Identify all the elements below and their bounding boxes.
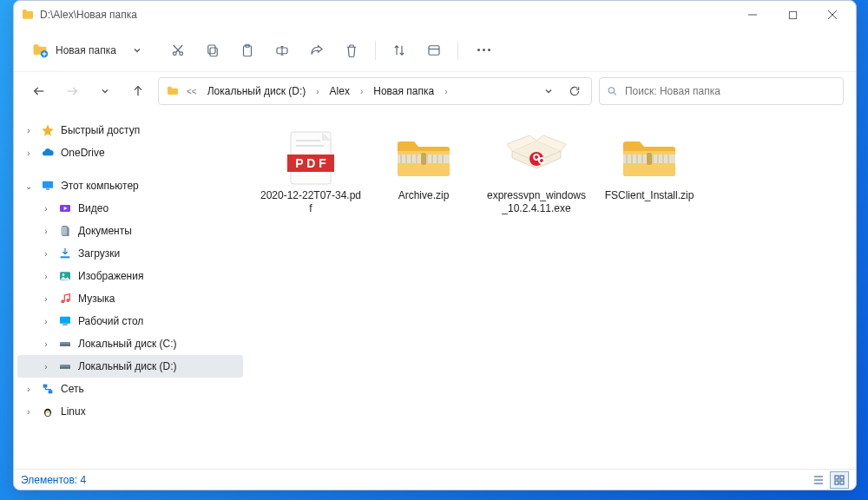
onedrive-icon (40, 145, 56, 161)
rename-button[interactable] (266, 35, 299, 66)
breadcrumb-chevron[interactable]: › (357, 87, 366, 96)
sidebar-item-quick-access[interactable]: › Быстрый доступ (17, 119, 243, 141)
chevron-right-icon[interactable]: › (40, 317, 52, 326)
svg-rect-73 (835, 481, 838, 484)
sidebar-item-this-pc[interactable]: ⌄ Этот компьютер (17, 174, 243, 197)
folder-icon (21, 8, 35, 22)
sidebar-item-label: Сеть (61, 383, 84, 395)
sidebar-item-drive-c[interactable]: › Локальный диск (C:) (17, 332, 243, 355)
view-icons-button[interactable] (830, 471, 849, 489)
breadcrumb-chevron[interactable]: › (441, 87, 450, 96)
minimize-button[interactable] (733, 2, 773, 28)
nav-history-button[interactable] (92, 78, 118, 104)
address-dropdown-button[interactable] (537, 80, 560, 102)
svg-rect-8 (208, 45, 215, 54)
breadcrumb-chevron[interactable]: › (312, 87, 322, 96)
chevron-right-icon[interactable]: › (40, 249, 52, 259)
sidebar-item-downloads[interactable]: › Загрузки (17, 242, 243, 265)
sidebar-item-label: Локальный диск (C:) (78, 338, 177, 350)
exe-icon (502, 130, 571, 186)
new-folder-button[interactable]: Новая папка (28, 38, 125, 62)
sidebar-item-label: Загрузки (78, 247, 120, 260)
paste-button[interactable] (231, 35, 264, 66)
search-box[interactable] (599, 77, 844, 105)
pictures-icon (57, 268, 73, 284)
svg-rect-35 (49, 390, 53, 393)
breadcrumb-mid[interactable]: Alex (326, 83, 353, 99)
star-icon (40, 122, 56, 138)
monitor-icon (40, 178, 56, 194)
refresh-button[interactable] (563, 80, 586, 102)
file-item[interactable]: expressvpn_windows_10.2.4.11.exe (481, 122, 592, 234)
sidebar-item-label: Локальный диск (D:) (78, 360, 177, 372)
chevron-right-icon[interactable]: › (40, 204, 52, 214)
sidebar-item-desktop[interactable]: › Рабочий стол (17, 310, 243, 332)
search-input[interactable] (623, 84, 836, 98)
file-item[interactable]: Archive.zip (368, 122, 479, 234)
titlebar: D:\Alex\Новая папка (14, 1, 856, 29)
nav-up-button[interactable] (125, 78, 151, 104)
file-name: expressvpn_windows_10.2.4.11.exe (485, 189, 588, 215)
svg-rect-23 (61, 256, 70, 258)
file-item[interactable]: P D F 2020-12-22T07-34.pdf (255, 122, 366, 234)
breadcrumb-chevron[interactable]: << (183, 87, 201, 96)
sidebar-item-drive-d[interactable]: › Локальный диск (D:) (17, 355, 243, 378)
explorer-window: D:\Alex\Новая папка Новая папка (13, 0, 857, 490)
svg-line-18 (614, 92, 616, 95)
sidebar-item-pictures[interactable]: › Изображения (17, 265, 243, 287)
new-dropdown-button[interactable] (127, 38, 148, 62)
view-button[interactable] (418, 35, 450, 66)
sidebar-item-network[interactable]: › Сеть (17, 378, 243, 400)
breadcrumb-leaf[interactable]: Новая папка (370, 83, 437, 99)
status-bar: Элементов: 4 (14, 469, 856, 490)
chevron-right-icon[interactable]: › (40, 227, 52, 236)
share-button[interactable] (300, 35, 333, 66)
status-text: Элементов: 4 (21, 474, 86, 486)
chevron-right-icon[interactable]: › (40, 362, 52, 372)
more-button[interactable] (465, 35, 498, 66)
chevron-right-icon[interactable]: › (23, 126, 35, 135)
sidebar-item-label: Музыка (78, 293, 115, 305)
sidebar-item-label: Документы (78, 225, 132, 237)
svg-rect-7 (210, 48, 217, 56)
address-bar[interactable]: << Локальный диск (D:) › Alex › Новая па… (158, 77, 592, 105)
delete-button[interactable] (335, 35, 368, 66)
file-item[interactable]: FSClient_Install.zip (594, 122, 705, 234)
sidebar-item-linux[interactable]: › Linux (17, 400, 243, 423)
file-list[interactable]: P D F 2020-12-22T07-34.pdf (247, 110, 856, 469)
chevron-right-icon[interactable]: › (23, 407, 35, 417)
chevron-right-icon[interactable]: › (40, 294, 52, 304)
nav-forward-button[interactable] (59, 78, 85, 104)
sort-button[interactable] (383, 35, 416, 66)
cut-button[interactable] (161, 35, 194, 66)
chevron-right-icon[interactable]: › (23, 148, 35, 158)
chevron-right-icon[interactable]: › (23, 385, 35, 394)
copy-button[interactable] (196, 35, 229, 66)
chevron-down-icon[interactable]: ⌄ (23, 181, 35, 191)
sidebar-item-videos[interactable]: › Видео (17, 197, 243, 220)
svg-point-25 (62, 273, 65, 276)
svg-rect-67 (647, 153, 652, 165)
sidebar-item-music[interactable]: › Музыка (17, 287, 243, 310)
svg-rect-28 (60, 317, 70, 324)
chevron-right-icon[interactable]: › (40, 339, 52, 349)
breadcrumb-root[interactable]: Локальный диск (D:) (204, 83, 310, 99)
svg-rect-55 (421, 153, 426, 165)
close-button[interactable] (812, 2, 852, 28)
sidebar-item-documents[interactable]: › Документы (17, 220, 243, 242)
nav-back-button[interactable] (26, 78, 52, 104)
svg-point-38 (46, 410, 47, 411)
sidebar-item-label: Linux (61, 405, 86, 418)
folder-icon (166, 84, 180, 98)
view-details-button[interactable] (809, 471, 828, 489)
sidebar-item-onedrive[interactable]: › OneDrive (17, 141, 243, 164)
chevron-right-icon[interactable]: › (40, 272, 52, 281)
svg-text:P D F: P D F (295, 156, 326, 170)
sidebar-item-label: Этот компьютер (61, 180, 139, 192)
window-title: D:\Alex\Новая папка (40, 9, 733, 21)
svg-rect-22 (61, 227, 67, 234)
search-icon (607, 85, 618, 97)
music-icon (57, 291, 73, 306)
sidebar: › Быстрый доступ › OneDrive ⌄ Этот компь… (14, 110, 247, 469)
maximize-button[interactable] (773, 2, 812, 28)
